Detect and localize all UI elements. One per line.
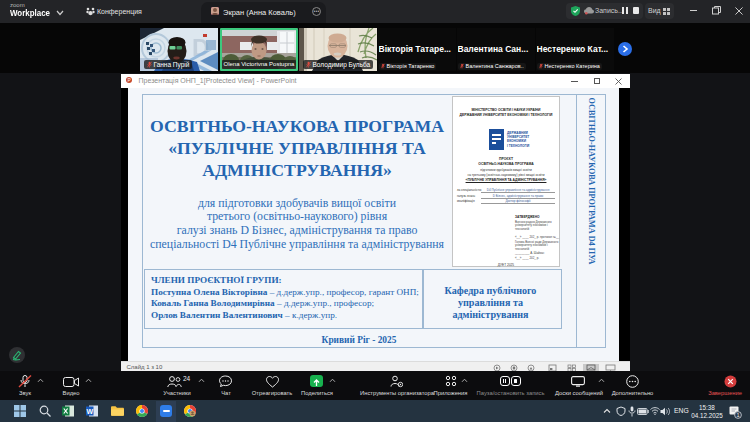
svg-text:W: W [86, 408, 93, 415]
svg-text:1: 1 [736, 412, 739, 418]
svg-text:P: P [127, 78, 130, 83]
